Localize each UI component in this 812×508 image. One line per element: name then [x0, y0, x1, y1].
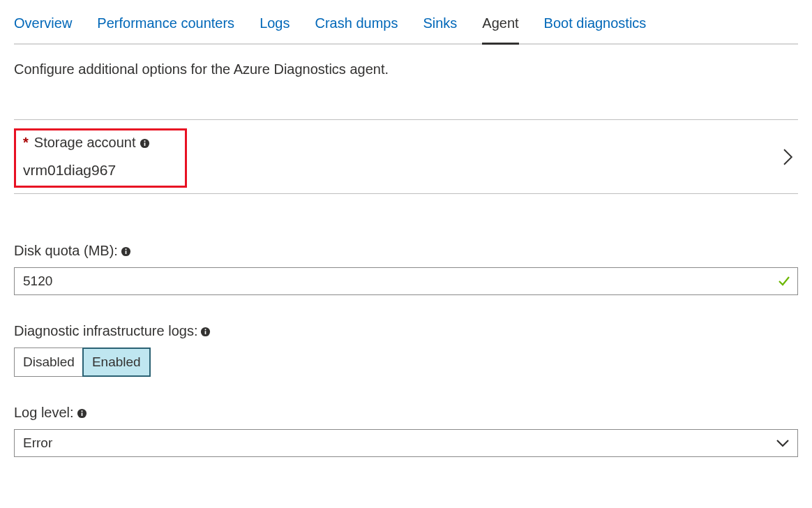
- storage-account-value: vrm01diag967: [23, 162, 178, 179]
- tab-sinks[interactable]: Sinks: [423, 11, 457, 45]
- storage-account-label: * Storage account: [23, 135, 178, 151]
- required-asterisk: *: [23, 135, 29, 151]
- svg-rect-7: [205, 331, 206, 334]
- svg-point-2: [144, 140, 146, 142]
- chevron-right-icon: [783, 149, 794, 165]
- svg-point-8: [205, 329, 206, 330]
- toggle-enabled[interactable]: Enabled: [82, 348, 151, 377]
- check-icon: [777, 274, 791, 288]
- log-level-label: Log level:: [14, 405, 798, 421]
- storage-account-row[interactable]: * Storage account vrm01diag967: [14, 119, 798, 194]
- svg-rect-1: [144, 142, 146, 146]
- toggle-disabled[interactable]: Disabled: [15, 348, 83, 376]
- tab-performance-counters[interactable]: Performance counters: [97, 11, 234, 45]
- disk-quota-input[interactable]: [14, 267, 798, 295]
- svg-point-11: [81, 410, 82, 412]
- infra-logs-label: Diagnostic infrastructure logs:: [14, 323, 798, 339]
- tab-overview[interactable]: Overview: [14, 11, 72, 45]
- tab-crash-dumps[interactable]: Crash dumps: [315, 11, 398, 45]
- log-level-select[interactable]: Error: [14, 429, 798, 457]
- tab-agent[interactable]: Agent: [482, 11, 518, 45]
- svg-point-5: [125, 248, 126, 250]
- infra-logs-toggle: Disabled Enabled: [14, 348, 151, 377]
- info-icon: [140, 138, 150, 149]
- tab-logs[interactable]: Logs: [260, 11, 290, 45]
- disk-quota-label: Disk quota (MB):: [14, 243, 798, 259]
- tab-boot-diagnostics[interactable]: Boot diagnostics: [544, 11, 647, 45]
- info-icon: [121, 246, 131, 257]
- tab-bar: Overview Performance counters Logs Crash…: [14, 11, 798, 45]
- page-description: Configure additional options for the Azu…: [14, 61, 798, 77]
- svg-rect-10: [81, 412, 82, 416]
- svg-rect-4: [126, 251, 127, 254]
- info-icon: [200, 327, 211, 337]
- info-icon: [77, 408, 87, 419]
